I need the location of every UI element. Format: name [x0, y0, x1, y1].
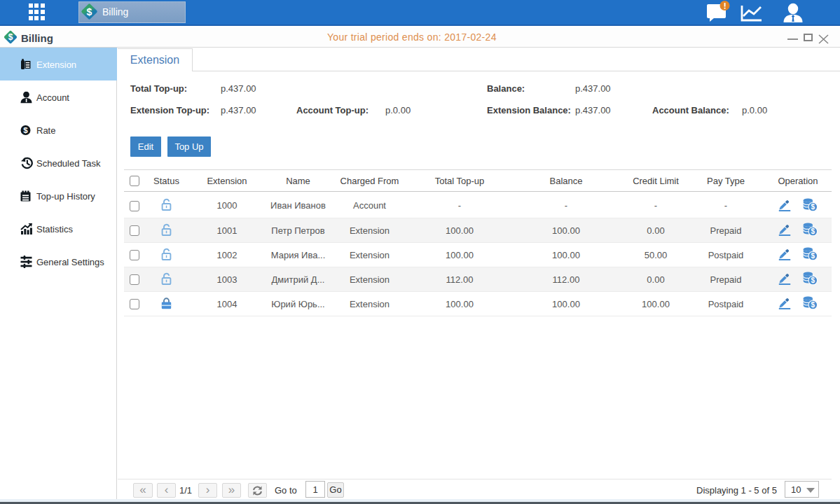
svg-text:$: $	[23, 126, 28, 134]
